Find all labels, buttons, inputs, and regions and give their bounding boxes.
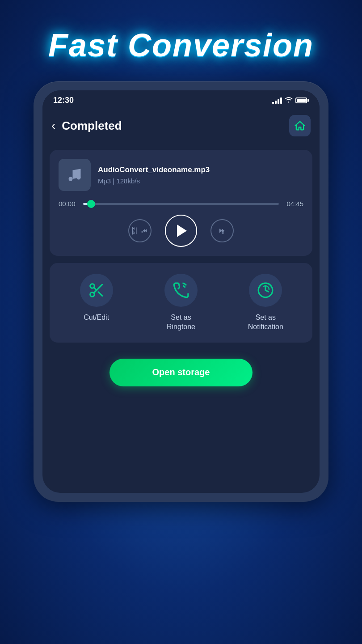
- music-note-icon: [67, 167, 83, 183]
- set-ringtone-circle: [164, 274, 198, 307]
- ringtone-icon: [173, 282, 189, 299]
- svg-point-1: [77, 176, 81, 180]
- file-info-row: AudioConvert_videoname.mp3 Mp3 | 128kb/s: [59, 159, 303, 191]
- forward-icon: 5: [215, 224, 229, 238]
- status-time: 12:30: [53, 96, 74, 105]
- open-storage-button[interactable]: Open storage: [109, 359, 253, 386]
- set-notification-circle: [249, 274, 282, 307]
- phone-frame: 12:30 ‹ Co: [34, 81, 328, 502]
- home-button[interactable]: [289, 115, 311, 136]
- status-bar: 12:30: [42, 90, 320, 109]
- file-meta: Mp3 | 128kb/s: [98, 177, 303, 185]
- phone-screen: 12:30 ‹ Co: [42, 90, 320, 493]
- play-icon: [177, 225, 187, 237]
- battery-icon: [295, 97, 309, 103]
- svg-line-9: [94, 288, 97, 290]
- progress-thumb[interactable]: [87, 200, 95, 208]
- cut-edit-circle: [80, 274, 113, 307]
- svg-line-8: [98, 292, 102, 296]
- home-icon: [294, 119, 306, 132]
- svg-text:5: 5: [132, 230, 134, 233]
- file-details: AudioConvert_videoname.mp3 Mp3 | 128kb/s: [98, 165, 303, 185]
- set-notification-action[interactable]: Set asNotification: [223, 274, 308, 332]
- forward-button[interactable]: 5: [210, 219, 234, 242]
- file-name: AudioConvert_videoname.mp3: [98, 165, 303, 174]
- cut-edit-action[interactable]: Cut/Edit: [54, 274, 139, 322]
- player-card: AudioConvert_videoname.mp3 Mp3 | 128kb/s…: [50, 150, 312, 256]
- page-title: Fast Conversion: [48, 27, 314, 64]
- rewind-button[interactable]: 5 5: [128, 219, 152, 242]
- controls-row: 5 5: [59, 215, 303, 247]
- scissors-icon: [88, 282, 105, 299]
- time-end: 04:45: [283, 200, 303, 208]
- header-title: Completed: [62, 119, 289, 133]
- status-icons: [272, 97, 309, 104]
- play-button[interactable]: [165, 215, 197, 247]
- signal-icon: [272, 97, 282, 104]
- set-notification-label: Set asNotification: [248, 313, 283, 332]
- rewind-icon: 5: [139, 224, 151, 238]
- actions-card: Cut/Edit Set asRingtone: [50, 263, 312, 343]
- app-header: ‹ Completed: [42, 109, 320, 143]
- file-thumbnail: [59, 159, 91, 191]
- time-start: 00:00: [59, 200, 79, 208]
- progress-section: 00:00 04:45: [59, 200, 303, 208]
- set-ringtone-label: Set asRingtone: [167, 313, 195, 332]
- svg-point-0: [69, 177, 73, 181]
- wifi-icon: [285, 97, 293, 104]
- open-storage-label: Open storage: [152, 367, 210, 377]
- notification-icon: [257, 282, 274, 299]
- progress-bar-row: 00:00 04:45: [59, 200, 303, 208]
- cut-edit-label: Cut/Edit: [84, 313, 109, 322]
- svg-text:5: 5: [222, 230, 224, 235]
- set-ringtone-action[interactable]: Set asRingtone: [139, 274, 223, 332]
- progress-track[interactable]: [83, 203, 279, 205]
- back-button[interactable]: ‹: [51, 119, 55, 132]
- content-area: AudioConvert_videoname.mp3 Mp3 | 128kb/s…: [42, 143, 320, 402]
- svg-text:5: 5: [142, 230, 143, 234]
